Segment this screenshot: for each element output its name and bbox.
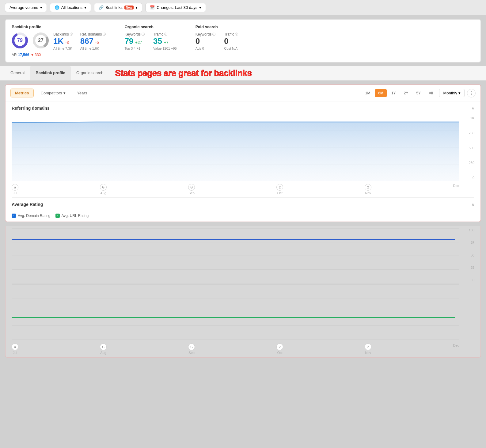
referring-domains-title: Referring domains	[12, 106, 50, 111]
paid-keywords-value: 0	[196, 36, 216, 46]
referring-domains-collapse[interactable]: ∧	[472, 106, 474, 110]
chevron-down-icon: ▾	[40, 5, 42, 10]
all-button[interactable]: All	[425, 89, 436, 97]
changes-button[interactable]: 📅 Changes: Last 30 days ▾	[145, 3, 206, 12]
organic-keywords-info[interactable]: ⓘ	[142, 32, 145, 36]
event-g-aug: G	[100, 184, 107, 191]
month-sep: Sep	[188, 191, 195, 195]
legend-row: Avg. Domain Rating Avg. URL Rating	[6, 210, 480, 222]
month-oct: Oct	[277, 191, 283, 195]
organic-traffic-value: 35 +7	[153, 36, 177, 46]
bottom-month-aug: Aug	[100, 351, 106, 355]
backlinks-info-icon[interactable]: ⓘ	[70, 32, 73, 36]
organic-keywords-value: 79 +27	[124, 36, 145, 46]
dr-value: 79	[17, 38, 23, 43]
tab-general[interactable]: General	[5, 66, 30, 80]
avg-url-rating-chart	[12, 284, 459, 340]
organic-search-title: Organic search	[124, 25, 177, 29]
month-dec: Dec	[453, 184, 459, 188]
paid-search-title: Paid search	[196, 25, 238, 29]
ur-value: 27	[38, 38, 44, 43]
more-icon: ⋮	[469, 90, 474, 96]
avg-domain-rating-chart	[12, 228, 459, 283]
5y-button[interactable]: 5Y	[413, 89, 424, 97]
ref-domains-info-icon[interactable]: ⓘ	[103, 32, 106, 36]
paid-keywords-info[interactable]: ⓘ	[212, 32, 215, 36]
bottom-charts-area: 100 75 50 25 0 a Jul	[5, 226, 481, 358]
average-rating-collapse[interactable]: ∧	[472, 202, 474, 207]
avg-url-rating-label: Avg. URL Rating	[62, 214, 89, 218]
y-label-750: 750	[461, 131, 474, 135]
x-label-aug: G Aug	[100, 184, 107, 195]
bottom-month-jul: Jul	[13, 351, 17, 355]
organic-keywords-delta: +27	[135, 40, 142, 45]
avg-url-y-axis	[461, 284, 474, 342]
years-tab[interactable]: Years	[73, 89, 92, 97]
ref-domains-sub: All time 1.6K	[80, 47, 106, 50]
bottom-x-aug: G Aug	[100, 344, 107, 355]
bottom-event-2-nov: 2	[365, 344, 371, 350]
backlinks-delta: -3	[65, 40, 69, 45]
toolbar: Average volume ▾ 🌐 All locations ▾ 🔗 Bes…	[0, 0, 486, 15]
backlinks-value: 1K -3	[53, 36, 73, 46]
bottom-month-nov: Nov	[365, 351, 371, 355]
bottom-event-g-aug: G	[100, 344, 107, 350]
bottom-x-oct: 2 Oct	[276, 344, 283, 355]
bottom-month-dec: Dec	[453, 344, 459, 347]
ar-label: AR	[12, 53, 17, 57]
referring-domains-chart-container: 1K 750 500 250 0	[12, 114, 474, 182]
avg-url-rating-checkbox[interactable]	[55, 214, 60, 218]
metrics-tab[interactable]: Metrics	[10, 89, 34, 97]
changes-label: Changes: Last 30 days	[157, 5, 197, 10]
avg-domain-rating-checkbox[interactable]	[12, 214, 16, 218]
tabs-bar: General Backlink profile Organic search …	[0, 66, 486, 81]
all-locations-button[interactable]: 🌐 All locations ▾	[50, 3, 91, 12]
main-content: Metrics Competitors ▾ Years 1M 6M 1Y 2Y …	[5, 84, 481, 222]
paid-traffic-stat: Trafficⓘ 0 Cost N/A	[224, 32, 238, 50]
organic-traffic-stat: Trafficⓘ 35 +7 Value $201 +95	[153, 32, 177, 50]
best-links-button[interactable]: 🔗 Best links New ▾	[94, 3, 142, 12]
avg-url-rating-chart-container	[12, 284, 474, 342]
monthly-button[interactable]: Monthly ▾	[439, 89, 465, 97]
organic-traffic-info[interactable]: ⓘ	[164, 32, 167, 36]
organic-keywords-stat: Keywordsⓘ 79 +27 Top 3 4 +1	[124, 32, 145, 50]
avg-volume-button[interactable]: Average volume ▾	[5, 3, 47, 12]
backlinks-sub: All time 7.3K	[53, 47, 73, 50]
tab-backlink-profile[interactable]: Backlink profile	[30, 66, 71, 80]
avg-dr-y-axis: 100 75 50 25 0	[461, 226, 474, 284]
chart-toolbar: Metrics Competitors ▾ Years 1M 6M 1Y 2Y …	[6, 85, 480, 101]
event-a-jul: a	[12, 184, 18, 191]
monthly-chevron-icon: ▾	[458, 91, 461, 95]
organic-search-section: Organic search Keywordsⓘ 79 +27 Top 3 4 …	[124, 25, 186, 50]
bottom-month-oct: Oct	[277, 351, 283, 355]
1m-button[interactable]: 1M	[362, 89, 374, 97]
paid-traffic-value: 0	[224, 36, 238, 46]
calendar-icon: 📅	[150, 5, 155, 10]
6m-button[interactable]: 6M	[375, 89, 387, 97]
paid-metrics-row: Keywordsⓘ 0 Ads 0 Trafficⓘ 0 Cost N/A	[196, 32, 238, 50]
event-g-sep: G	[188, 184, 195, 191]
1y-button[interactable]: 1Y	[388, 89, 399, 97]
ref-domains-delta: -5	[95, 40, 99, 45]
backlinks-stat: Backlinksⓘ 1K -3 All time 7.3K	[53, 32, 73, 50]
ur-donut: 27	[32, 32, 49, 49]
bottom-event-a-jul: a	[12, 344, 18, 350]
2y-button[interactable]: 2Y	[401, 89, 412, 97]
legend-avg-url-rating: Avg. URL Rating	[55, 214, 89, 218]
tab-organic-search[interactable]: Organic search	[71, 66, 109, 80]
organic-keywords-sub: Top 3 4 +1	[124, 47, 145, 50]
time-range-group: 1M 6M 1Y 2Y 5Y All Monthly ▾ ⋮	[362, 89, 476, 97]
referring-domains-chart-area: 1K 750 500 250 0 a Jul G Aug G Sep 2	[6, 114, 480, 197]
referring-domains-x-axis: a Jul G Aug G Sep 2 Oct 2 Nov Dec	[12, 182, 474, 197]
paid-traffic-info[interactable]: ⓘ	[235, 32, 238, 36]
competitors-tab[interactable]: Competitors ▾	[36, 89, 70, 97]
ar-delta: ▼330	[30, 53, 41, 57]
y-label-500: 500	[461, 146, 474, 150]
month-jul: Jul	[13, 191, 17, 195]
bottom-x-nov: 2 Nov	[365, 344, 371, 355]
x-label-sep: G Sep	[188, 184, 195, 195]
ar-value: 17,566	[18, 53, 29, 57]
more-options-button[interactable]: ⋮	[467, 89, 476, 97]
ref-domains-value: 867 -5	[80, 36, 106, 46]
avg-domain-rating-chart-container: 100 75 50 25 0	[12, 226, 474, 284]
